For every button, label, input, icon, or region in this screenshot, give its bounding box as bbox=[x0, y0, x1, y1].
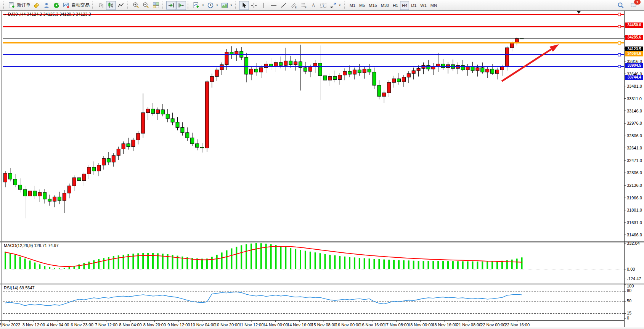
equidistant-channel-button[interactable]: E bbox=[289, 1, 299, 10]
macd-histogram-bar bbox=[457, 261, 459, 269]
trendline-button[interactable] bbox=[279, 1, 289, 10]
level-line-handle[interactable] bbox=[618, 65, 621, 68]
macd-histogram-bar bbox=[432, 261, 434, 269]
macd-histogram-bar bbox=[280, 246, 281, 269]
cursor-button[interactable] bbox=[239, 1, 249, 10]
chat-button[interactable]: 1 bbox=[629, 1, 639, 10]
tile-windows-button[interactable] bbox=[151, 1, 161, 10]
fibonacci-icon: F bbox=[300, 2, 307, 9]
level-price-badge: 34064.6 bbox=[625, 51, 643, 56]
candle-body bbox=[161, 110, 164, 114]
fibonacci-button[interactable]: F bbox=[299, 1, 308, 10]
level-price-badge: 34450.0 bbox=[625, 22, 643, 28]
candle-body bbox=[491, 69, 494, 74]
y-axis-tick-label: 33311.0 bbox=[627, 96, 642, 101]
macd-histogram-bar bbox=[270, 244, 272, 269]
search-button[interactable] bbox=[616, 1, 626, 10]
alerts-button[interactable] bbox=[32, 1, 42, 10]
macd-histogram-bar bbox=[413, 261, 414, 269]
zoom-in-button[interactable] bbox=[131, 1, 141, 10]
time-axis-label: 6 Nov 23:00 bbox=[71, 323, 93, 327]
macd-axis-label: 332.04 bbox=[627, 241, 640, 246]
toolbar-group-grip[interactable] bbox=[92, 2, 95, 9]
crosshair-button[interactable] bbox=[249, 1, 259, 10]
timeframe-m5[interactable]: M5 bbox=[357, 1, 367, 10]
y-axis-tick-label: 31801.0 bbox=[627, 208, 642, 212]
macd-histogram-bar bbox=[246, 244, 247, 269]
timeframe-m15[interactable]: M15 bbox=[367, 1, 379, 10]
macd-histogram-bar bbox=[186, 257, 188, 269]
vertical-line-button[interactable] bbox=[259, 1, 269, 10]
autotrading-button[interactable]: 自动交易 bbox=[61, 1, 91, 10]
candle-body bbox=[38, 193, 42, 196]
chart-shift-marker[interactable] bbox=[577, 11, 581, 14]
news-feed-button[interactable] bbox=[51, 1, 61, 10]
toolbar-group-grip[interactable] bbox=[162, 2, 165, 9]
timeframe-h1[interactable]: H1 bbox=[391, 1, 400, 10]
candle-body bbox=[146, 109, 150, 113]
metaeditor-button[interactable] bbox=[42, 1, 51, 10]
toolbar-group-grip[interactable] bbox=[188, 2, 190, 9]
time-axis-label: 4 Nov 04:00 bbox=[47, 323, 69, 327]
timeframe-h4[interactable]: H4 bbox=[400, 1, 409, 10]
symbol-dropdown-icon[interactable]: ▼ bbox=[3, 13, 6, 16]
candlestick-button[interactable] bbox=[106, 1, 116, 10]
toolbar-group-grip[interactable] bbox=[127, 2, 130, 9]
timeframe-mn[interactable]: MN bbox=[429, 1, 439, 10]
level-line-handle[interactable] bbox=[618, 25, 621, 28]
indicators-button[interactable]: ▼ bbox=[191, 1, 206, 10]
chevron-down-icon: ▼ bbox=[339, 4, 341, 6]
toolbar-group-grip[interactable] bbox=[235, 2, 238, 9]
candle-body bbox=[333, 77, 337, 80]
zoom-out-icon bbox=[142, 2, 150, 9]
macd-histogram-bar bbox=[378, 259, 380, 269]
text-button[interactable]: A bbox=[308, 1, 318, 10]
horizontal-line-icon bbox=[270, 2, 278, 9]
level-line-handle[interactable] bbox=[618, 13, 621, 16]
candle-body bbox=[191, 138, 194, 143]
time-axis-label: 10 Nov 20:00 bbox=[215, 323, 239, 327]
chart-canvas[interactable]: 34321.034151.033986.033816.033646.033481… bbox=[0, 11, 644, 329]
chart-background[interactable] bbox=[0, 11, 644, 329]
bar-chart-icon bbox=[97, 2, 105, 9]
macd-histogram-bar bbox=[427, 261, 429, 269]
line-chart-button[interactable] bbox=[116, 1, 126, 10]
timeframe-w1[interactable]: W1 bbox=[418, 1, 429, 10]
candle-body bbox=[205, 82, 209, 148]
macd-histogram-bar bbox=[108, 257, 109, 269]
time-axis-label: 14 Nov 16:00 bbox=[287, 323, 312, 327]
level-line-handle[interactable] bbox=[618, 53, 621, 56]
candle-body bbox=[515, 39, 519, 43]
timeframe-d1[interactable]: D1 bbox=[409, 1, 418, 10]
templates-button[interactable]: ▼ bbox=[220, 1, 234, 10]
arrows-button[interactable]: ▼ bbox=[328, 1, 342, 10]
periods-button[interactable]: ▼ bbox=[206, 1, 220, 10]
macd-histogram-bar bbox=[487, 262, 488, 269]
macd-histogram-bar bbox=[19, 257, 21, 269]
toolbar-group-grip[interactable] bbox=[344, 2, 346, 9]
horizontal-line-button[interactable] bbox=[269, 1, 279, 10]
auto-scroll-button[interactable] bbox=[166, 1, 176, 10]
rsi-indicator-label: RSI(14) 69.5647 bbox=[4, 286, 35, 290]
macd-histogram-bar bbox=[191, 258, 193, 269]
level-line-handle[interactable] bbox=[618, 42, 621, 44]
candle-body bbox=[72, 178, 76, 186]
vertical-line-icon bbox=[260, 2, 268, 9]
new-order-button[interactable]: 新订单 bbox=[7, 1, 32, 10]
bar-chart-button[interactable] bbox=[96, 1, 106, 10]
timeframe-m30[interactable]: M30 bbox=[379, 1, 391, 10]
timeframe-m1[interactable]: M1 bbox=[348, 1, 357, 10]
macd-histogram-bar bbox=[320, 253, 321, 269]
macd-histogram-bar bbox=[251, 244, 252, 269]
chevron-down-icon: ▼ bbox=[230, 4, 233, 6]
candle-body bbox=[466, 67, 469, 70]
candle-body bbox=[166, 114, 169, 119]
zoom-out-button[interactable] bbox=[141, 1, 151, 10]
candle-body bbox=[387, 82, 391, 93]
macd-axis-label: 0.00 bbox=[627, 267, 635, 271]
toolbar-group-grip[interactable] bbox=[3, 2, 5, 9]
macd-histogram-bar bbox=[226, 250, 228, 269]
text-label-button[interactable]: T bbox=[318, 1, 328, 10]
chart-shift-button[interactable] bbox=[176, 1, 186, 10]
notification-badge: 1 bbox=[634, 0, 641, 5]
